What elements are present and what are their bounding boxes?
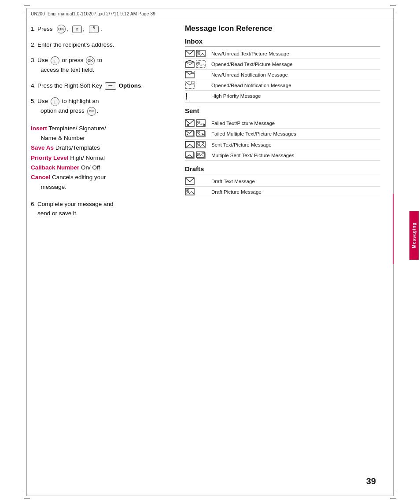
picture-sent-multi-icon (196, 151, 206, 159)
ok-icon-5: OK (87, 107, 96, 116)
picture-sent-icon (196, 141, 206, 148)
picture-new-icon (196, 50, 206, 57)
side-tab-label: Messaging (409, 211, 419, 260)
ref-desc-inbox-4: Opened/Read Notification Message (211, 81, 380, 89)
header-text: UN200_Eng_manual1.0-110207.qxd 2/7/11 9:… (31, 11, 155, 16)
ref-icons-inbox-1 (185, 50, 208, 57)
ref-icons-inbox-5: ! (185, 92, 208, 101)
button-2-icon: 2 (72, 26, 82, 33)
ref-icons-sent-3 (185, 141, 208, 148)
option-insert: Insert Templates/ Signature/ Name & Numb… (31, 124, 172, 143)
svg-point-3 (198, 52, 199, 53)
exclaim-icon: ! (185, 92, 188, 101)
left-column: 1. Press OK, 2, R . 2. Enter the recipie… (31, 24, 172, 478)
option-saveas: Save As Drafts/Templates (31, 143, 172, 153)
ref-row-drafts-1: Draft Text Message (185, 176, 380, 187)
envelope-sent-multi-icon (185, 151, 195, 159)
svg-line-5 (185, 62, 190, 65)
svg-line-6 (190, 62, 194, 65)
page-border-left (26, 8, 27, 496)
step-6-text: 6. Complete your message and send or sav… (31, 201, 114, 217)
ref-desc-sent-2: Failed Multiple Text/Picture Messages (211, 130, 380, 137)
ref-icons-drafts-1 (185, 177, 208, 185)
ref-row-sent-2: Failed Multiple Text/Picture Messages (185, 129, 380, 139)
svg-line-39 (202, 142, 204, 144)
opt-label-insert: Insert (31, 125, 47, 132)
notification-read-icon: N (185, 81, 195, 89)
ref-desc-sent-3: Sent Text/Picture Message (211, 141, 380, 148)
ok-icon-3: OK (86, 56, 95, 65)
picture-failed-icon (196, 119, 206, 127)
ref-row-sent-3: Sent Text/Picture Message (185, 140, 380, 150)
ref-row-inbox-4: N Opened/Read Notification Message (185, 80, 380, 91)
picture-read-icon (196, 60, 206, 68)
envelope-read-icon (185, 60, 195, 68)
step-4-text: 4. Press the Right Soft Key — Options. (31, 82, 143, 89)
opt-label-cancel: Cancel (31, 174, 50, 180)
ref-desc-drafts-2: Draft Picture Message (211, 188, 380, 195)
step-3-text-b: access the text field. (31, 66, 94, 73)
ref-icons-drafts-2 (185, 188, 208, 195)
button-1-icon: R (89, 26, 99, 33)
ref-icons-sent-2 (185, 130, 208, 137)
notification-new-icon: N (185, 71, 195, 78)
step-6: 6. Complete your message and send or sav… (31, 199, 172, 218)
opt-label-priority: Priority Level (31, 155, 69, 161)
header-bar: UN200_Eng_manual1.0-110207.qxd 2/7/11 9:… (26, 8, 394, 20)
svg-line-7 (187, 64, 189, 66)
ref-section-drafts: Drafts Draft Text Message (185, 165, 380, 197)
ref-row-sent-4: Multiple Sent Text/ Picture Messages (185, 150, 380, 161)
step-3: 3. Use ↓ or press OK to access the text … (31, 55, 172, 74)
corner-mark-bl (24, 493, 30, 499)
opt-value-saveas: Drafts/Templates (54, 144, 100, 151)
option-callback: Callback Number On/ Off (31, 163, 172, 173)
ref-desc-sent-4: Multiple Sent Text/ Picture Messages (211, 151, 380, 159)
step-4: 4. Press the Right Soft Key — Options. (31, 81, 172, 91)
ref-desc-inbox-5: High Priority Message (211, 92, 380, 99)
ref-section-inbox: Inbox New/Unrea (185, 37, 380, 103)
opt-label-saveas: Save As (31, 144, 54, 151)
ref-icons-inbox-3: N (185, 71, 208, 78)
ref-row-drafts-2: Draft Picture Message (185, 187, 380, 197)
envelope-draft-icon (185, 177, 195, 185)
envelope-failed-icon (185, 119, 195, 127)
envelope-sent-icon (185, 141, 195, 148)
svg-point-50 (187, 190, 188, 191)
opt-value-callback: On/ Off (79, 164, 100, 171)
picture-draft-icon (185, 188, 195, 195)
step-5-text: 5. Use ↓ to highlight an (31, 98, 99, 104)
ref-icons-inbox-4: N (185, 81, 208, 89)
nav-icon-3: ↓ (51, 56, 59, 65)
side-tab-messaging: Messaging (408, 211, 420, 264)
step-5-text-b: option and press OK. (31, 107, 98, 114)
ref-row-inbox-3: N New/Unread Notification Message (185, 70, 380, 80)
option-cancel: Cancel Cancels editing your message. (31, 173, 172, 192)
picture-failed-multi-icon (196, 130, 206, 137)
opt-value-priority: High/ Normal (69, 155, 105, 161)
svg-rect-38 (198, 143, 200, 144)
ref-desc-inbox-2: Opened/Read Text/Picture Message (211, 60, 380, 68)
ref-desc-drafts-1: Draft Text Message (211, 177, 380, 185)
ref-icons-sent-1 (185, 119, 208, 127)
corner-mark-br (390, 493, 396, 499)
nav-icon-5: ↓ (51, 97, 59, 106)
rsk-icon: — (105, 82, 116, 90)
options-section: Insert Templates/ Signature/ Name & Numb… (31, 124, 172, 192)
ref-row-sent-1: Failed Text/Picture Message (185, 118, 380, 129)
ok-button-icon: OK (57, 25, 66, 33)
ref-section-title-drafts: Drafts (185, 165, 380, 174)
ref-row-inbox-2: Opened/Read Text/Picture Message (185, 59, 380, 70)
ref-section-title-inbox: Inbox (185, 37, 380, 47)
ref-icons-inbox-2 (185, 60, 208, 68)
step-5: 5. Use ↓ to highlight an option and pres… (31, 96, 172, 115)
envelope-new-icon (185, 50, 195, 57)
ref-row-inbox-1: New/Unread Text/Picture Message (185, 48, 380, 59)
option-priority: Priority Level High/ Normal (31, 153, 172, 163)
content-area: 1. Press OK, 2, R . 2. Enter the recipie… (31, 24, 380, 478)
svg-text:N: N (192, 82, 194, 85)
ref-desc-inbox-1: New/Unread Text/Picture Message (211, 50, 380, 57)
page-number: 39 (366, 476, 376, 486)
ref-row-inbox-5: ! High Priority Message (185, 91, 380, 103)
step-3-text: 3. Use ↓ or press OK to (31, 57, 102, 63)
envelope-failed-multi-icon (185, 130, 195, 137)
